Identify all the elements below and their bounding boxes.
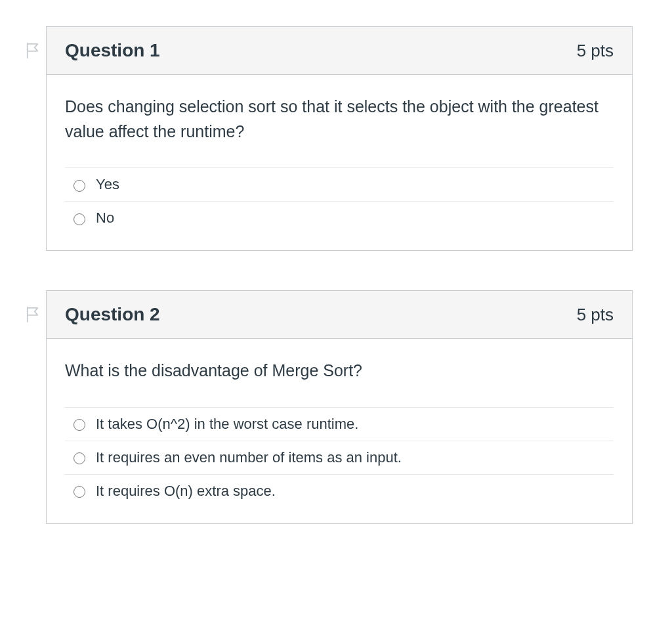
option-row[interactable]: It requires O(n) extra space. — [65, 474, 614, 508]
option-label: It requires O(n) extra space. — [96, 483, 276, 500]
option-row[interactable]: Yes — [65, 167, 614, 201]
option-row[interactable]: No — [65, 201, 614, 234]
flag-icon[interactable] — [26, 42, 40, 59]
question-header: Question 2 5 pts — [47, 291, 632, 339]
options-list: It takes O(n^2) in the worst case runtim… — [65, 407, 614, 508]
question-block: Question 2 5 pts What is the disadvantag… — [20, 290, 633, 524]
question-block: Question 1 5 pts Does changing selection… — [20, 26, 633, 251]
option-radio[interactable] — [74, 419, 85, 431]
question-card: Question 2 5 pts What is the disadvantag… — [46, 290, 633, 524]
question-body: What is the disadvantage of Merge Sort? … — [47, 339, 632, 523]
option-label: It takes O(n^2) in the worst case runtim… — [96, 416, 358, 433]
option-radio[interactable] — [74, 213, 85, 225]
flag-column — [20, 26, 46, 59]
option-row[interactable]: It requires an even number of items as a… — [65, 441, 614, 474]
options-list: Yes No — [65, 167, 614, 234]
question-title: Question 2 — [65, 304, 160, 325]
option-label: Yes — [96, 176, 119, 193]
option-radio[interactable] — [74, 486, 85, 498]
question-points: 5 pts — [577, 41, 614, 61]
quiz-page: Question 1 5 pts Does changing selection… — [0, 0, 672, 590]
option-radio[interactable] — [74, 452, 85, 464]
question-header: Question 1 5 pts — [47, 27, 632, 75]
option-radio[interactable] — [74, 180, 85, 192]
flag-icon[interactable] — [26, 306, 40, 323]
option-row[interactable]: It takes O(n^2) in the worst case runtim… — [65, 407, 614, 441]
question-prompt: Does changing selection sort so that it … — [65, 95, 614, 144]
option-label: It requires an even number of items as a… — [96, 449, 402, 466]
flag-column — [20, 290, 46, 323]
question-prompt: What is the disadvantage of Merge Sort? — [65, 359, 614, 383]
question-points: 5 pts — [577, 305, 614, 325]
question-card: Question 1 5 pts Does changing selection… — [46, 26, 633, 251]
question-title: Question 1 — [65, 40, 160, 61]
question-body: Does changing selection sort so that it … — [47, 75, 632, 250]
option-label: No — [96, 209, 114, 227]
